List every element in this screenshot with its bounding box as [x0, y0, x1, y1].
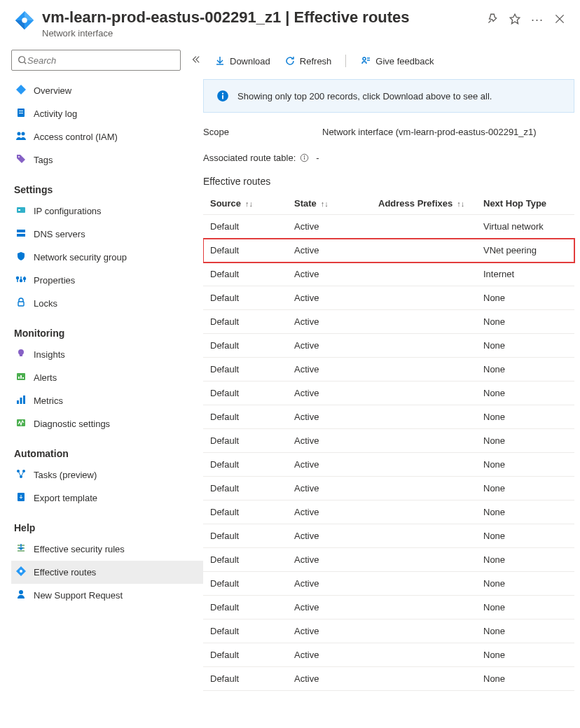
svg-point-56 [222, 93, 223, 94]
table-row[interactable]: DefaultActiveNone [203, 572, 574, 596]
sort-icon: ↑↓ [457, 200, 464, 208]
search-input[interactable] [27, 55, 174, 66]
sidebar-item-metrics[interactable]: Metrics [11, 389, 203, 412]
sidebar-item-dns-servers[interactable]: DNS servers [11, 223, 203, 246]
info-outline-icon[interactable] [300, 153, 309, 162]
section-settings: Settings [14, 184, 203, 195]
sidebar-item-tasks[interactable]: Tasks (preview) [11, 463, 203, 486]
cell-state: Active [287, 548, 371, 572]
cell-prefix [371, 215, 476, 239]
favorite-icon[interactable] [509, 13, 521, 27]
cell-state: Active [287, 429, 371, 453]
column-state[interactable]: State↑↓ [287, 192, 371, 215]
cell-source: Default [203, 429, 287, 453]
sidebar-item-nsg[interactable]: Network security group [11, 246, 203, 269]
table-row[interactable]: DefaultActiveVirtual network [203, 215, 574, 239]
table-row[interactable]: DefaultActiveNone [203, 310, 574, 334]
sidebar-item-label: Tasks (preview) [34, 470, 97, 480]
download-button[interactable]: Download [210, 52, 275, 69]
column-next-hop-type[interactable]: Next Hop Type [476, 192, 574, 215]
sidebar-item-new-support-request[interactable]: New Support Request [11, 584, 203, 607]
cell-source: Default [203, 667, 287, 691]
table-row[interactable]: DefaultActiveNone [203, 429, 574, 453]
pin-icon[interactable] [486, 13, 499, 27]
sidebar-item-label: Insights [34, 349, 65, 360]
table-row[interactable]: DefaultActiveNone [203, 382, 574, 405]
table-row[interactable]: DefaultActiveVNet peering [203, 239, 574, 262]
more-icon[interactable]: ··· [531, 13, 544, 27]
cell-source: Default [203, 500, 287, 524]
column-address-prefixes[interactable]: Address Prefixes↑↓ [371, 192, 476, 215]
table-row[interactable]: DefaultActiveNone [203, 453, 574, 477]
column-source[interactable]: Source↑↓ [203, 192, 287, 215]
cell-prefix [371, 262, 476, 286]
sidebar-item-tags[interactable]: Tags [11, 148, 203, 172]
sidebar-item-ip-configurations[interactable]: IP configurations [11, 200, 203, 223]
sidebar-item-insights[interactable]: Insights [11, 343, 203, 366]
cell-nexthop: Virtual network [476, 215, 574, 239]
cell-nexthop: None [476, 596, 574, 620]
svg-rect-18 [18, 209, 20, 211]
cell-state: Active [287, 572, 371, 596]
sidebar-item-properties[interactable]: Properties [11, 269, 203, 292]
sidebar-item-effective-security-rules[interactable]: Effective security rules [11, 538, 203, 561]
collapse-sidebar-icon[interactable] [188, 52, 203, 69]
nsg-icon [15, 251, 27, 264]
table-row[interactable]: DefaultActiveNone [203, 500, 574, 524]
cell-nexthop: None [476, 358, 574, 382]
cell-state: Active [287, 215, 371, 239]
sidebar-item-activity-log[interactable]: Activity log [11, 102, 203, 125]
cell-source: Default [203, 405, 287, 429]
sidebar-item-export-template[interactable]: Export template [11, 486, 203, 510]
svg-point-26 [24, 278, 26, 280]
table-row[interactable]: DefaultActiveNone [203, 358, 574, 382]
sort-icon: ↑↓ [245, 200, 253, 208]
cell-source: Default [203, 334, 287, 358]
sidebar-item-diagnostic[interactable]: Diagnostic settings [11, 412, 203, 435]
sidebar-item-label: Locks [34, 298, 57, 309]
sidebar-item-overview[interactable]: Overview [11, 79, 203, 102]
table-row[interactable]: DefaultActiveNone [203, 643, 574, 667]
routes-table: Source↑↓ State↑↓ Address Prefixes↑↓ Next… [203, 192, 574, 691]
section-monitoring: Monitoring [14, 328, 203, 339]
scope-value: Network interface (vm-learn-prod-eastus-… [322, 127, 537, 137]
sidebar-search[interactable] [11, 50, 181, 71]
feedback-button[interactable]: Give feedback [356, 52, 438, 69]
table-row[interactable]: DefaultActiveInternet [203, 262, 574, 286]
cell-nexthop: None [476, 620, 574, 643]
table-row[interactable]: DefaultActiveNone [203, 548, 574, 572]
cell-prefix [371, 286, 476, 310]
cell-prefix [371, 524, 476, 548]
sidebar-item-locks[interactable]: Locks [11, 292, 203, 315]
cell-nexthop: VNet peering [476, 239, 574, 262]
table-row[interactable]: DefaultActiveNone [203, 286, 574, 310]
sidebar-item-effective-routes[interactable]: Effective routes [11, 561, 203, 584]
sidebar-item-access-control[interactable]: Access control (IAM) [11, 125, 203, 148]
svg-point-8 [19, 57, 25, 63]
cell-source: Default [203, 382, 287, 405]
close-icon[interactable] [553, 13, 566, 27]
cell-nexthop: None [476, 500, 574, 524]
table-row[interactable]: DefaultActiveNone [203, 596, 574, 620]
cell-source: Default [203, 548, 287, 572]
cell-prefix [371, 358, 476, 382]
export-template-icon [15, 491, 27, 505]
table-row[interactable]: DefaultActiveNone [203, 620, 574, 643]
table-row[interactable]: DefaultActiveNone [203, 405, 574, 429]
table-row[interactable]: DefaultActiveNone [203, 667, 574, 691]
cell-state: Active [287, 524, 371, 548]
table-row[interactable]: DefaultActiveNone [203, 334, 574, 358]
overview-icon [15, 84, 27, 97]
svg-rect-19 [17, 230, 25, 232]
sidebar-item-label: Activity log [34, 108, 77, 119]
cell-prefix [371, 382, 476, 405]
sidebar-item-alerts[interactable]: Alerts [11, 366, 203, 389]
table-row[interactable]: DefaultActiveNone [203, 477, 574, 500]
search-icon [18, 55, 27, 65]
dns-servers-icon [15, 227, 27, 241]
download-label: Download [230, 56, 270, 66]
svg-point-24 [17, 277, 19, 279]
table-row[interactable]: DefaultActiveNone [203, 524, 574, 548]
associated-route-table-label: Associated route table: [203, 153, 296, 163]
refresh-button[interactable]: Refresh [280, 52, 336, 69]
